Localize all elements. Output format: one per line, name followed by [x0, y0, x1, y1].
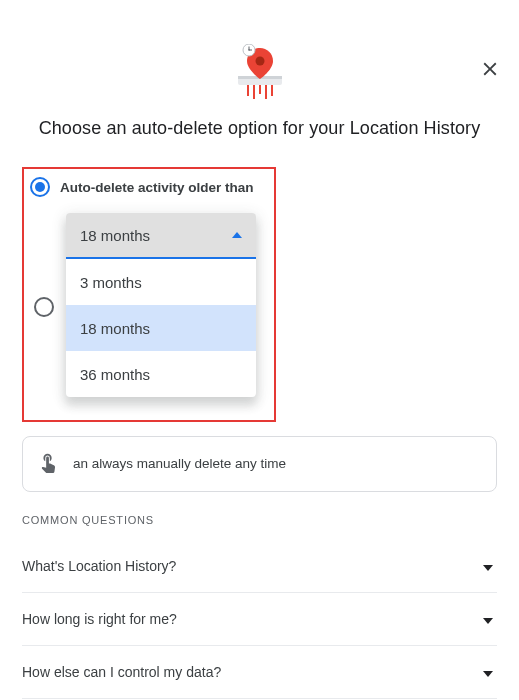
chevron-up-icon: [232, 232, 242, 238]
close-icon: [479, 58, 501, 80]
faq-location-history[interactable]: What's Location History?: [22, 540, 497, 593]
common-questions-heading: Common Questions: [22, 514, 497, 526]
svg-point-7: [255, 57, 264, 66]
close-button[interactable]: [479, 58, 501, 84]
dropdown-option-3-months[interactable]: 3 months: [66, 259, 256, 305]
dropdown-option-36-months[interactable]: 36 months: [66, 351, 256, 397]
info-card: an always manually delete any time: [22, 436, 497, 492]
option-highlight-area: Auto-delete activity older than 18 month…: [22, 167, 276, 422]
option-auto-delete-label: Auto-delete activity older than: [60, 180, 254, 195]
faq-question-label: What's Location History?: [22, 558, 176, 574]
duration-dropdown[interactable]: 18 months 3 months 18 months 36 months: [66, 213, 256, 397]
tap-hand-icon: [37, 451, 59, 477]
chevron-down-icon: [483, 557, 493, 575]
option-auto-delete[interactable]: Auto-delete activity older than: [30, 177, 264, 197]
dialog-title: Choose an auto-delete option for your Lo…: [22, 118, 497, 139]
auto-delete-dialog: Choose an auto-delete option for your Lo…: [0, 44, 519, 700]
dropdown-selected[interactable]: 18 months: [66, 213, 256, 259]
dropdown-selected-label: 18 months: [80, 227, 150, 244]
faq-question-label: How long is right for me?: [22, 611, 177, 627]
faq-how-long[interactable]: How long is right for me?: [22, 593, 497, 646]
radio-unselected-icon[interactable]: [34, 297, 54, 317]
chevron-down-icon: [483, 610, 493, 628]
chevron-down-icon: [483, 663, 493, 681]
radio-selected-icon[interactable]: [30, 177, 50, 197]
hero-illustration: [22, 44, 497, 100]
faq-question-label: How else can I control my data?: [22, 664, 221, 680]
info-text: an always manually delete any time: [73, 455, 286, 474]
faq-control-data[interactable]: How else can I control my data?: [22, 646, 497, 699]
location-shred-icon: [234, 44, 286, 100]
dropdown-option-18-months[interactable]: 18 months: [66, 305, 256, 351]
